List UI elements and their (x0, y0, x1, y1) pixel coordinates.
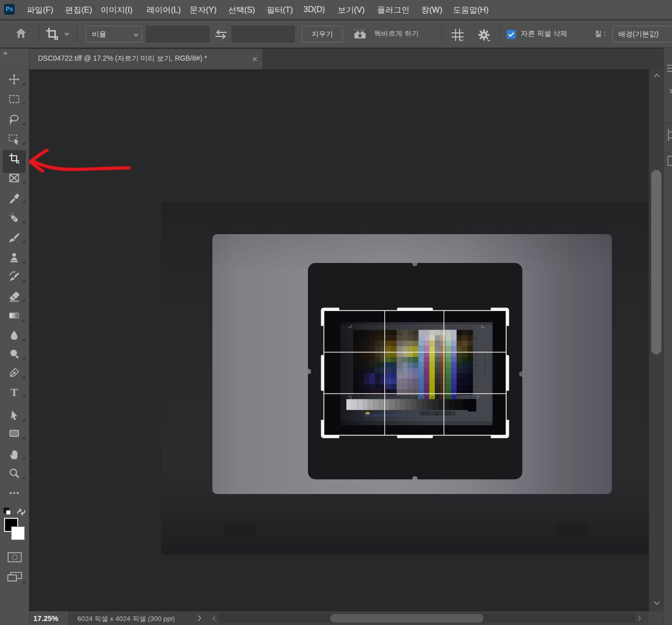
svg-text:T: T (11, 386, 18, 397)
svg-text:www.SilverFast.com: www.SilverFast.com (484, 352, 487, 375)
svg-text:4211013: 4211013 (434, 417, 442, 419)
svg-text:2003:06: 2003:06 (346, 416, 354, 419)
svg-text:Printed on Fujicolor Professio: Printed on Fujicolor Professional Pa (490, 352, 493, 393)
svg-text:LaserSoft Imaging: LaserSoft Imaging (372, 413, 406, 417)
svg-text:IT8 7/1-1993: IT8 7/1-1993 (346, 412, 362, 415)
svg-text:®: ® (417, 411, 419, 414)
